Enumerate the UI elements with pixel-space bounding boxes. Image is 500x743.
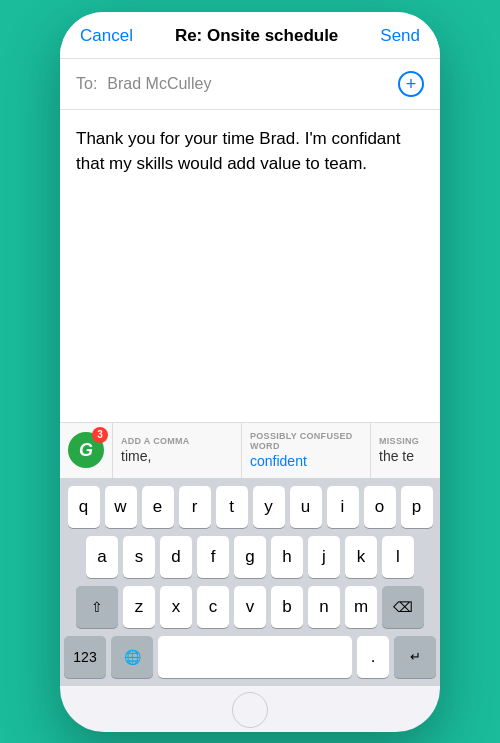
key-r[interactable]: r bbox=[179, 486, 211, 528]
key-y[interactable]: y bbox=[253, 486, 285, 528]
space-key[interactable] bbox=[158, 636, 352, 678]
send-button[interactable]: Send bbox=[380, 26, 420, 46]
key-row-4: 123 🌐 . ↵ bbox=[64, 636, 436, 678]
key-m[interactable]: m bbox=[345, 586, 377, 628]
phone-frame: Cancel Re: Onsite schedule Send To: Brad… bbox=[60, 12, 440, 732]
key-row-3: ⇧ z x c v b n m ⌫ bbox=[64, 586, 436, 628]
suggestion-bar: G 3 ADD A COMMA time, POSSIBLY CONFUSED … bbox=[60, 422, 440, 478]
period-key[interactable]: . bbox=[357, 636, 389, 678]
add-recipient-button[interactable]: + bbox=[398, 71, 424, 97]
key-z[interactable]: z bbox=[123, 586, 155, 628]
key-t[interactable]: t bbox=[216, 486, 248, 528]
key-i[interactable]: i bbox=[327, 486, 359, 528]
home-indicator bbox=[60, 686, 440, 732]
home-button[interactable] bbox=[232, 692, 268, 728]
keyboard: q w e r t y u i o p a s d f g h j k l ⇧ … bbox=[60, 478, 440, 686]
key-g[interactable]: g bbox=[234, 536, 266, 578]
key-l[interactable]: l bbox=[382, 536, 414, 578]
recipient-name: Brad McCulley bbox=[107, 75, 398, 93]
suggestion-item-confused[interactable]: POSSIBLY CONFUSED WORD confident bbox=[241, 423, 370, 478]
key-b[interactable]: b bbox=[271, 586, 303, 628]
grammarly-icon-container[interactable]: G 3 bbox=[60, 423, 112, 478]
key-u[interactable]: u bbox=[290, 486, 322, 528]
key-j[interactable]: j bbox=[308, 536, 340, 578]
backspace-key[interactable]: ⌫ bbox=[382, 586, 424, 628]
suggestion-value-confused: confident bbox=[250, 453, 362, 469]
key-a[interactable]: a bbox=[86, 536, 118, 578]
key-p[interactable]: p bbox=[401, 486, 433, 528]
suggestion-label-comma: ADD A COMMA bbox=[121, 436, 233, 446]
key-c[interactable]: c bbox=[197, 586, 229, 628]
suggestion-value-missing: the te bbox=[379, 448, 432, 464]
key-d[interactable]: d bbox=[160, 536, 192, 578]
key-row-1: q w e r t y u i o p bbox=[64, 486, 436, 528]
email-subject: Re: Onsite schedule bbox=[175, 26, 338, 46]
return-key[interactable]: ↵ bbox=[394, 636, 436, 678]
email-body[interactable]: Thank you for your time Brad. I'm confid… bbox=[60, 110, 440, 422]
suggestion-item-missing[interactable]: MISSING the te bbox=[370, 423, 440, 478]
grammarly-badge: 3 bbox=[92, 427, 108, 443]
key-h[interactable]: h bbox=[271, 536, 303, 578]
key-q[interactable]: q bbox=[68, 486, 100, 528]
key-s[interactable]: s bbox=[123, 536, 155, 578]
key-x[interactable]: x bbox=[160, 586, 192, 628]
key-f[interactable]: f bbox=[197, 536, 229, 578]
cancel-button[interactable]: Cancel bbox=[80, 26, 133, 46]
key-v[interactable]: v bbox=[234, 586, 266, 628]
suggestion-label-confused: POSSIBLY CONFUSED WORD bbox=[250, 431, 362, 451]
top-bar: Cancel Re: Onsite schedule Send bbox=[60, 12, 440, 59]
shift-key[interactable]: ⇧ bbox=[76, 586, 118, 628]
suggestion-item-comma[interactable]: ADD A COMMA time, bbox=[112, 423, 241, 478]
globe-key[interactable]: 🌐 bbox=[111, 636, 153, 678]
to-label: To: bbox=[76, 75, 97, 93]
to-field: To: Brad McCulley + bbox=[60, 59, 440, 110]
key-w[interactable]: w bbox=[105, 486, 137, 528]
key-row-2: a s d f g h j k l bbox=[64, 536, 436, 578]
plus-icon: + bbox=[406, 75, 417, 93]
key-k[interactable]: k bbox=[345, 536, 377, 578]
key-n[interactable]: n bbox=[308, 586, 340, 628]
numbers-key[interactable]: 123 bbox=[64, 636, 106, 678]
key-e[interactable]: e bbox=[142, 486, 174, 528]
suggestion-label-missing: MISSING bbox=[379, 436, 432, 446]
suggestion-value-comma: time, bbox=[121, 448, 233, 464]
key-o[interactable]: o bbox=[364, 486, 396, 528]
email-body-text: Thank you for your time Brad. I'm confid… bbox=[76, 129, 401, 174]
